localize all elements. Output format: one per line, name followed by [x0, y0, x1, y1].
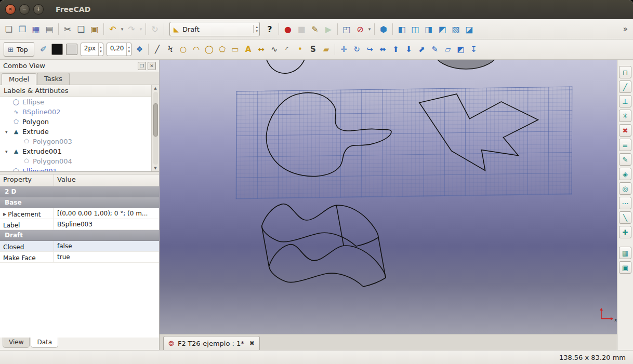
view-bottom-icon[interactable]: ▧: [449, 22, 463, 36]
snap-extension-icon[interactable]: ╲: [619, 211, 631, 224]
tree-item-polygon003[interactable]: ⬠Polygon003: [0, 137, 151, 146]
snap-angle-icon[interactable]: ✖: [619, 124, 631, 137]
extruded-bspline-shape[interactable]: [262, 204, 386, 287]
scrollbar-track[interactable]: [153, 92, 158, 165]
tab-tasks[interactable]: Tasks: [37, 73, 70, 85]
scale-value[interactable]: 0,20: [107, 43, 127, 56]
snap-grid-icon[interactable]: ▣: [619, 261, 631, 274]
snap-near-icon[interactable]: ✎: [619, 153, 631, 166]
window-close-button[interactable]: ✕: [5, 4, 16, 15]
upgrade-icon[interactable]: ⬆: [389, 43, 402, 56]
tree-item-extrude[interactable]: ▾▲Extrude: [0, 127, 151, 137]
tree-scrollbar[interactable]: ▲ ▼: [151, 85, 159, 171]
linewidth-value[interactable]: 2px: [81, 43, 98, 56]
subelement-icon[interactable]: ◩: [454, 43, 467, 56]
property-row-placement[interactable]: ▶Placement[(0,00 0,00 1,00); 0 °; (0 m..…: [0, 208, 159, 219]
offset-icon[interactable]: ↪: [363, 43, 376, 56]
polygon-zigzag-shape[interactable]: [419, 94, 538, 171]
expand-property-icon[interactable]: ▶: [3, 212, 6, 217]
spin-up-icon[interactable]: ▴: [128, 45, 130, 49]
scale-spinbox[interactable]: 0,20 ▴ ▾: [107, 43, 131, 56]
polyline-icon[interactable]: Ϟ: [164, 43, 177, 56]
toolbar-overflow-chevron[interactable]: »: [620, 24, 631, 34]
new-document-icon[interactable]: ❏: [2, 22, 16, 36]
scroll-down-icon[interactable]: ▼: [154, 165, 156, 171]
macro-record-icon[interactable]: ●: [281, 22, 295, 36]
property-value[interactable]: [(0,00 0,00 1,00); 0 °; (0 m...: [54, 208, 159, 219]
clipped-curve-shape[interactable]: [266, 60, 306, 73]
ellipse-icon[interactable]: ◯: [203, 43, 216, 56]
view-isometric-icon[interactable]: ⬢: [377, 22, 390, 36]
property-row-label[interactable]: LabelBSpline003: [0, 219, 159, 230]
macro-edit-icon[interactable]: ✎: [308, 22, 322, 36]
box-selection-icon[interactable]: ◰: [340, 22, 353, 36]
paste-icon[interactable]: ▣: [88, 22, 101, 36]
tab-model[interactable]: Model: [2, 73, 36, 85]
save-icon[interactable]: ▦: [29, 22, 43, 36]
snap-center-icon[interactable]: ✳: [619, 110, 631, 122]
scale-spinner[interactable]: ▴ ▾: [126, 43, 131, 56]
tab-data[interactable]: Data: [31, 338, 58, 348]
spin-down-icon[interactable]: ▾: [256, 29, 258, 33]
snap-ortho-icon[interactable]: ◎: [619, 182, 631, 195]
line-color-swatch[interactable]: [51, 44, 63, 55]
scale-icon[interactable]: ⬈: [415, 43, 428, 56]
tree-item-ellipse001[interactable]: ◯Ellipse001: [0, 166, 151, 171]
tree-item-bspline002[interactable]: ∿BSpline002: [0, 107, 151, 117]
shape2dview-icon[interactable]: ▱: [441, 43, 454, 56]
view-top-icon[interactable]: ◫: [408, 22, 422, 36]
window-maximize-button[interactable]: +: [33, 4, 44, 15]
workbench-selector-spinner[interactable]: ▴ ▾: [253, 25, 258, 33]
tree-item-polygon[interactable]: ⬠Polygon: [0, 117, 151, 127]
scrollbar-thumb[interactable]: [153, 103, 158, 137]
facebinder-icon[interactable]: ▰: [320, 43, 333, 56]
shapestring-icon[interactable]: S: [307, 43, 320, 56]
edit-icon[interactable]: ✎: [428, 43, 441, 56]
copy-icon[interactable]: ❑: [74, 22, 88, 36]
view-rear-icon[interactable]: ◩: [436, 22, 449, 36]
text-icon[interactable]: A: [242, 43, 255, 56]
property-row-closed[interactable]: Closedfalse: [0, 241, 159, 252]
whats-this-icon[interactable]: ?: [263, 22, 276, 36]
dimension-icon[interactable]: ↔: [255, 43, 268, 56]
snap-dimensions-icon[interactable]: ⋯: [619, 197, 631, 209]
polygon-icon[interactable]: ⬠: [216, 43, 229, 56]
window-minimize-button[interactable]: −: [19, 4, 30, 15]
construction-mode-icon[interactable]: ✐: [37, 43, 50, 56]
snap-special-icon[interactable]: ◈: [619, 168, 631, 180]
property-value[interactable]: BSpline003: [54, 219, 159, 230]
apply-style-icon[interactable]: ❖: [133, 43, 146, 56]
line-icon[interactable]: ╱: [151, 43, 164, 56]
snap-endpoint-icon[interactable]: ╱: [619, 80, 631, 93]
print-icon[interactable]: ▤: [43, 22, 56, 36]
circle-icon[interactable]: ○: [177, 43, 190, 56]
property-value[interactable]: true: [54, 252, 159, 262]
spin-down-icon[interactable]: ▾: [100, 49, 102, 53]
tab-view[interactable]: View: [3, 338, 30, 348]
snap-working-plane-icon[interactable]: ▦: [619, 247, 631, 259]
tree-item-polygon004[interactable]: ⬠Polygon004: [0, 156, 151, 166]
move-icon[interactable]: ✛: [337, 43, 350, 56]
bspline-icon[interactable]: ∿: [268, 43, 281, 56]
downgrade-icon[interactable]: ⬇: [402, 43, 415, 56]
expander-icon[interactable]: ▾: [5, 149, 12, 154]
selection-dropdown-icon[interactable]: ▾: [367, 22, 372, 36]
expander-icon[interactable]: ▾: [5, 129, 12, 134]
cut-icon[interactable]: ✂: [61, 22, 74, 36]
open-document-icon[interactable]: ❒: [16, 22, 29, 36]
face-color-swatch[interactable]: [66, 44, 77, 55]
rectangle-icon[interactable]: ▭: [229, 43, 242, 56]
document-tab[interactable]: ❂ F2-T26-ejemplo : 1* ✖: [163, 336, 260, 350]
undo-icon[interactable]: ↶: [106, 22, 120, 36]
clipped-ellipse-shape[interactable]: [434, 60, 498, 69]
property-value[interactable]: false: [54, 241, 159, 251]
undo-dropdown-icon[interactable]: ▾: [120, 22, 125, 36]
point-icon[interactable]: •: [294, 43, 307, 56]
linewidth-spinner[interactable]: ▴ ▾: [98, 43, 103, 56]
snap-lock-icon[interactable]: ⊓: [619, 66, 631, 78]
view-left-icon[interactable]: ◪: [463, 22, 476, 36]
clear-selection-icon[interactable]: ⊘: [353, 22, 367, 36]
property-row-make-face[interactable]: Make Facetrue: [0, 252, 159, 263]
working-plane-button[interactable]: ⊞ Top: [4, 42, 34, 57]
tree-item-ellipse[interactable]: ◯Ellipse: [0, 97, 151, 107]
